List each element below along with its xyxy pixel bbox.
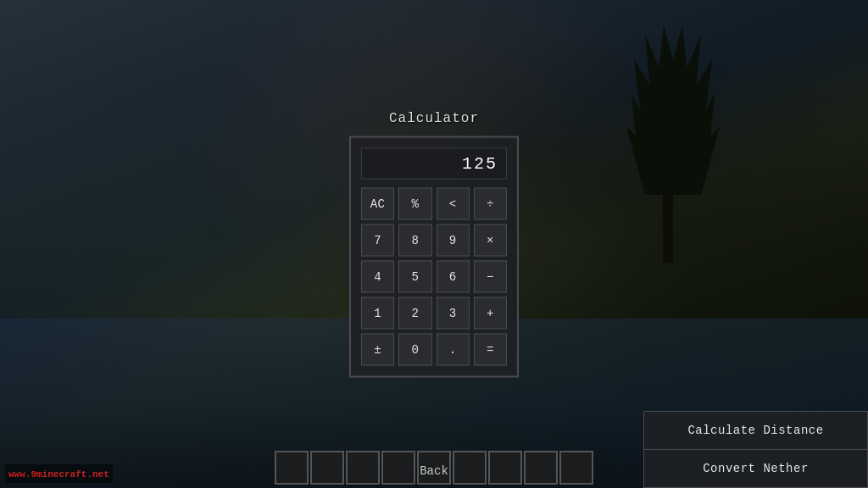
btn-ac[interactable]: AC [361, 188, 394, 220]
tree-trunk [663, 186, 673, 263]
btn-negate[interactable]: ± [361, 334, 394, 366]
tree-silhouette [622, 25, 724, 263]
btn-decimal[interactable]: . [437, 334, 470, 366]
side-buttons-panel: Calculate Distance Convert Nether [643, 411, 868, 488]
calculator-buttons: AC % < ÷ 7 8 9 × 4 5 6 − 1 2 3 + ± 0 . = [361, 188, 507, 366]
back-button[interactable]: Back [420, 464, 448, 478]
btn-5[interactable]: 5 [398, 261, 431, 293]
btn-multiply[interactable]: × [474, 225, 507, 257]
btn-7[interactable]: 7 [361, 225, 394, 257]
calculator-panel: 125 AC % < ÷ 7 8 9 × 4 5 6 − 1 2 3 + ± 0… [349, 136, 519, 378]
btn-percent[interactable]: % [398, 188, 431, 220]
hotbar-slot-2 [310, 451, 344, 485]
watermark: www.9minecraft.net [5, 464, 113, 483]
tree-crown [626, 25, 720, 195]
btn-0[interactable]: 0 [398, 334, 431, 366]
btn-3[interactable]: 3 [437, 297, 470, 330]
watermark-text: www.9minecraft.net [8, 469, 109, 480]
calculator-display: 125 [361, 148, 507, 180]
btn-9[interactable]: 9 [437, 225, 470, 257]
btn-backspace[interactable]: < [437, 188, 470, 220]
btn-4[interactable]: 4 [361, 261, 394, 293]
btn-1[interactable]: 1 [361, 297, 394, 330]
calculate-distance-button[interactable]: Calculate Distance [643, 411, 868, 449]
btn-subtract[interactable]: − [474, 261, 507, 293]
calculator-title: Calculator [389, 111, 479, 126]
btn-2[interactable]: 2 [398, 297, 431, 330]
btn-8[interactable]: 8 [398, 225, 431, 257]
hotbar-slot-1 [275, 451, 309, 485]
hotbar-slot-3 [346, 451, 380, 485]
hotbar-slot-4 [381, 451, 415, 485]
hotbar-slot-8 [524, 451, 558, 485]
btn-divide[interactable]: ÷ [474, 188, 507, 220]
btn-add[interactable]: + [474, 297, 507, 330]
calculator-container: Calculator 125 AC % < ÷ 7 8 9 × 4 5 6 − … [349, 111, 519, 378]
btn-6[interactable]: 6 [437, 261, 470, 293]
hotbar-slot-6 [453, 451, 487, 485]
btn-equals[interactable]: = [474, 334, 507, 366]
hotbar-slot-9 [559, 451, 593, 485]
convert-nether-button[interactable]: Convert Nether [643, 449, 868, 488]
hotbar-slot-7 [488, 451, 522, 485]
